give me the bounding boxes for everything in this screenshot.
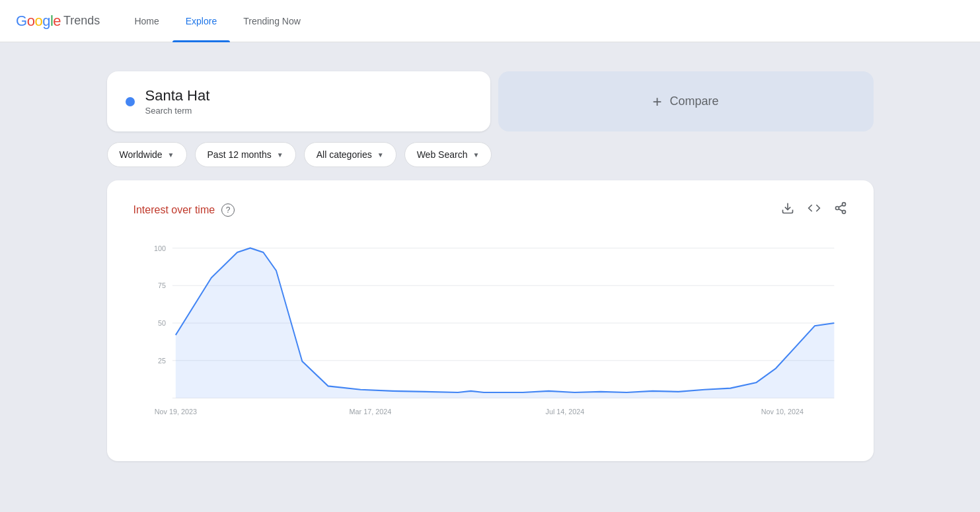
logo-google-text: Google (16, 13, 61, 30)
chevron-down-icon: ▼ (377, 151, 384, 159)
logo-trends-text: Trends (63, 14, 100, 28)
filter-region[interactable]: Worldwide ▼ (107, 142, 187, 167)
chart-actions (781, 201, 847, 218)
logo: Google Trends (16, 13, 100, 30)
search-dot-indicator (126, 97, 135, 106)
search-term-box: Santa Hat Search term (107, 71, 490, 131)
chart-container: 100 75 50 25 Nov 19, 2023 Mar 17, 2024 J… (133, 234, 847, 435)
chart-title: Interest over time (133, 204, 215, 216)
help-icon[interactable]: ? (221, 203, 235, 217)
main-content: Santa Hat Search term + Compare Worldwid… (94, 58, 887, 474)
nav-home[interactable]: Home (121, 0, 172, 42)
search-term-name: Santa Hat (145, 87, 210, 104)
filter-region-label: Worldwide (120, 149, 163, 160)
nav-trending[interactable]: Trending Now (230, 0, 314, 42)
svg-point-1 (842, 203, 845, 206)
share-button[interactable] (834, 201, 847, 218)
chart-title-area: Interest over time ? (133, 203, 235, 217)
filter-category-label: All categories (317, 149, 372, 160)
filter-time[interactable]: Past 12 months ▼ (195, 142, 296, 167)
svg-text:Mar 17, 2024: Mar 17, 2024 (349, 408, 391, 416)
compare-box[interactable]: + Compare (498, 71, 874, 131)
interest-chart: 100 75 50 25 Nov 19, 2023 Mar 17, 2024 J… (133, 234, 847, 432)
chevron-down-icon: ▼ (168, 151, 174, 159)
search-section: Santa Hat Search term + Compare (94, 71, 887, 131)
svg-point-2 (835, 207, 839, 210)
svg-text:Jul 14, 2024: Jul 14, 2024 (545, 408, 584, 416)
filter-time-label: Past 12 months (207, 149, 272, 160)
filter-category[interactable]: All categories ▼ (304, 142, 396, 167)
search-term-info: Santa Hat Search term (145, 87, 210, 116)
svg-text:Nov 10, 2024: Nov 10, 2024 (761, 408, 803, 416)
filter-search-type-label: Web Search (417, 149, 468, 160)
download-button[interactable] (781, 201, 794, 218)
svg-line-4 (839, 209, 843, 211)
filter-search-type[interactable]: Web Search ▼ (404, 142, 492, 167)
search-term-type: Search term (145, 106, 210, 116)
main-nav: Home Explore Trending Now (121, 0, 313, 42)
svg-point-3 (842, 210, 845, 213)
svg-text:Nov 19, 2023: Nov 19, 2023 (154, 408, 196, 416)
svg-text:25: 25 (158, 357, 166, 365)
svg-text:75: 75 (158, 281, 166, 290)
svg-line-5 (839, 205, 843, 207)
filters-bar: Worldwide ▼ Past 12 months ▼ All categor… (94, 142, 887, 167)
chart-header: Interest over time ? (133, 201, 847, 218)
chart-section: Interest over time ? (107, 180, 874, 461)
embed-button[interactable] (808, 201, 821, 218)
svg-text:100: 100 (154, 244, 166, 252)
compare-plus-icon: + (652, 92, 661, 111)
chevron-down-icon: ▼ (472, 151, 479, 159)
compare-label: Compare (669, 94, 718, 108)
header: Google Trends Home Explore Trending Now (0, 0, 980, 42)
svg-text:50: 50 (158, 319, 166, 328)
nav-explore[interactable]: Explore (172, 0, 230, 42)
chevron-down-icon: ▼ (277, 151, 283, 159)
